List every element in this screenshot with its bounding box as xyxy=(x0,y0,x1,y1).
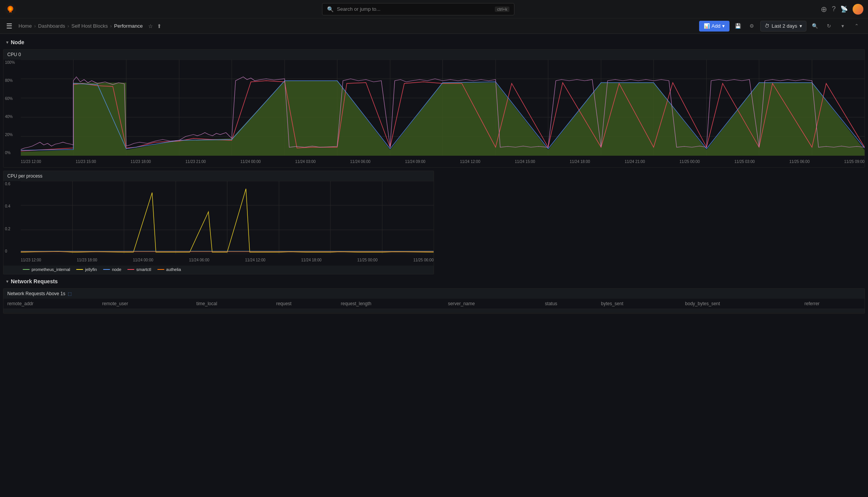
cell-bytes-sent xyxy=(597,309,681,313)
star-icon[interactable]: ☆ xyxy=(148,23,153,29)
save-button[interactable]: 💾 xyxy=(733,21,743,32)
time-range-label: Last 2 days xyxy=(772,23,798,29)
network-section-header[interactable]: ▾ Network Requests xyxy=(0,276,868,287)
breadcrumb-sep-1: › xyxy=(34,23,36,29)
cell-request-length xyxy=(337,309,444,313)
cell-time-local xyxy=(192,309,272,313)
legend-jellyfin: jellyfin xyxy=(76,267,97,272)
legend-authelia: authelia xyxy=(157,267,181,272)
legend-node-label: node xyxy=(112,267,121,272)
add-chart-icon: 📊 xyxy=(704,23,710,29)
plus-icon[interactable]: ⊕ xyxy=(821,5,827,14)
breadcrumb: Home › Dashboards › Self Host Blocks › P… xyxy=(18,23,162,29)
legend-authelia-label: authelia xyxy=(166,267,181,272)
col-time-local: time_local xyxy=(192,299,272,309)
cell-remote-addr xyxy=(3,309,98,313)
col-bytes-sent: bytes_sent xyxy=(597,299,681,309)
cpu0-panel-body: 0% 20% 40% 60% 80% 100% xyxy=(3,60,865,167)
zoom-out-button[interactable]: 🔍 xyxy=(810,21,820,32)
time-range-chevron: ▾ xyxy=(800,23,802,29)
node-chevron-icon: ▾ xyxy=(6,40,8,45)
cpu0-y-axis: 0% 20% 40% 60% 80% 100% xyxy=(3,60,21,156)
table-body xyxy=(3,309,865,313)
cpu-process-chart[interactable]: 0 0.2 0.4 0.6 xyxy=(3,181,434,266)
cell-remote-user xyxy=(98,309,193,313)
search-bar[interactable]: 🔍 Search or jump to... ctrl+k xyxy=(322,3,514,15)
navbar: ☰ Home › Dashboards › Self Host Blocks ›… xyxy=(0,18,868,34)
cell-status xyxy=(541,309,597,313)
add-chevron-icon: ▾ xyxy=(722,23,725,29)
add-button[interactable]: 📊 Add ▾ xyxy=(699,21,729,32)
col-remote-addr: remote_addr xyxy=(3,299,98,309)
search-placeholder: Search or jump to... xyxy=(337,6,380,12)
legend-prometheus-label: prometheus_internal xyxy=(32,267,70,272)
network-section-label: Network Requests xyxy=(11,278,58,284)
col-request: request xyxy=(272,299,337,309)
help-icon[interactable]: ? xyxy=(832,5,836,13)
settings-button[interactable]: ⚙ xyxy=(746,21,757,32)
avatar[interactable] xyxy=(853,4,863,15)
cpu0-x-axis: 11/23 12:00 11/23 15:00 11/23 18:00 11/2… xyxy=(21,156,865,167)
cpu0-panel: CPU 0 0% 20% 40% 60% 80% 100% xyxy=(3,49,865,168)
node-section-label: Node xyxy=(11,39,24,45)
share-icon[interactable]: ⬆ xyxy=(157,23,162,29)
legend-node: node xyxy=(103,267,121,272)
svg-point-2 xyxy=(10,8,12,10)
table-header-row: remote_addr remote_user time_local reque… xyxy=(3,299,865,309)
network-requests-title-text: Network Requests Above 1s xyxy=(7,291,65,296)
refresh-button[interactable]: ↻ xyxy=(823,21,834,32)
cpu0-chart[interactable]: 0% 20% 40% 60% 80% 100% xyxy=(3,60,865,167)
cpu-process-svg-area xyxy=(21,181,434,254)
cpu0-svg-area xyxy=(21,60,865,156)
legend-smartctl-color xyxy=(127,269,134,270)
node-section-header[interactable]: ▾ Node xyxy=(0,37,868,48)
legend-jellyfin-color xyxy=(76,269,83,270)
table-header: remote_addr remote_user time_local reque… xyxy=(3,299,865,309)
rss-icon[interactable]: 📡 xyxy=(840,5,848,13)
breadcrumb-home[interactable]: Home xyxy=(18,23,32,29)
legend-authelia-color xyxy=(157,269,164,270)
search-icon: 🔍 xyxy=(327,6,334,12)
col-remote-user: remote_user xyxy=(98,299,193,309)
refresh-interval-button[interactable]: ▾ xyxy=(837,21,848,32)
cpu-process-panel: CPU per process 0 0.2 0.4 0.6 xyxy=(3,171,434,274)
cpu-process-y-axis: 0 0.2 0.4 0.6 xyxy=(3,181,21,254)
search-shortcut: ctrl+k xyxy=(495,7,510,12)
time-range-button[interactable]: ⏱ Last 2 days ▾ xyxy=(760,21,807,32)
col-status: status xyxy=(541,299,597,309)
col-body-bytes-sent: body_bytes_sent xyxy=(681,299,801,309)
legend-node-color xyxy=(103,269,110,270)
legend-jellyfin-label: jellyfin xyxy=(85,267,97,272)
breadcrumb-dashboards[interactable]: Dashboards xyxy=(38,23,65,29)
clock-icon: ⏱ xyxy=(765,23,770,29)
breadcrumb-selfhostblocks[interactable]: Self Host Blocks xyxy=(71,23,108,29)
breadcrumb-performance: Performance xyxy=(114,23,142,29)
network-chevron-icon: ▾ xyxy=(6,279,8,284)
cpu-process-wrapper: CPU per process 0 0.2 0.4 0.6 xyxy=(0,169,868,276)
network-requests-table: remote_addr remote_user time_local reque… xyxy=(3,299,865,313)
col-referrer: referrer xyxy=(801,299,865,309)
legend-prometheus-color xyxy=(23,269,30,270)
cpu-process-x-axis: 11/23 12:00 11/23 18:00 11/24 00:00 11/2… xyxy=(21,254,434,266)
add-label: Add xyxy=(711,23,720,29)
network-requests-title: Network Requests Above 1s ⬚ xyxy=(3,289,865,299)
cell-body-bytes-sent xyxy=(681,309,801,313)
menu-icon[interactable]: ☰ xyxy=(6,22,12,30)
cell-server-name xyxy=(444,309,541,313)
col-request-length: request_length xyxy=(337,299,444,309)
col-server-name: server_name xyxy=(444,299,541,309)
topbar: 🔍 Search or jump to... ctrl+k ⊕ ? 📡 xyxy=(0,0,868,18)
collapse-button[interactable]: ⌃ xyxy=(851,21,862,32)
network-requests-panel: Network Requests Above 1s ⬚ remote_addr … xyxy=(3,288,865,314)
cpu-process-title: CPU per process xyxy=(3,171,434,181)
main-content: ▾ Node CPU 0 0% 20% 40% 60% 80% 100% xyxy=(0,34,868,497)
cell-request xyxy=(272,309,337,313)
table-row xyxy=(3,309,865,313)
cell-referrer xyxy=(801,309,865,313)
breadcrumb-sep-2: › xyxy=(67,23,69,29)
external-link-icon[interactable]: ⬚ xyxy=(68,291,72,296)
breadcrumb-sep-3: › xyxy=(110,23,112,29)
cpu-process-panel-body: 0 0.2 0.4 0.6 xyxy=(3,181,434,274)
grafana-logo[interactable] xyxy=(5,3,16,15)
legend-prometheus: prometheus_internal xyxy=(23,267,70,272)
